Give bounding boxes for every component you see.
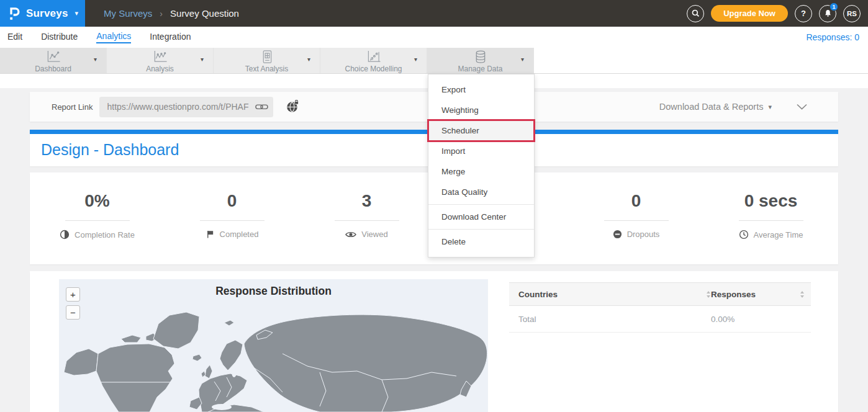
report-link-input[interactable] bbox=[99, 97, 273, 117]
flag-icon bbox=[206, 230, 215, 239]
total-label: Total bbox=[509, 315, 711, 324]
notifications-button[interactable]: 1 bbox=[819, 5, 836, 22]
report-link-input-wrap bbox=[99, 97, 273, 117]
tab-label: Dashboard bbox=[35, 65, 71, 73]
menu-item-download-center[interactable]: Download Center bbox=[428, 207, 534, 227]
menu-item-weighting[interactable]: Weighting bbox=[428, 100, 534, 120]
chevron-down-icon: ▾ bbox=[768, 103, 772, 111]
stat-completed: 0 Completed bbox=[165, 172, 299, 264]
clock-icon bbox=[739, 230, 749, 240]
countries-table-header: Countries Responses bbox=[509, 282, 811, 306]
nav-item-integration[interactable]: Integration bbox=[150, 32, 191, 43]
column-header-countries[interactable]: Countries bbox=[509, 290, 711, 299]
tab-text-analysis[interactable]: ▾ Text Analysis bbox=[214, 48, 320, 73]
column-header-label: Countries bbox=[518, 290, 558, 299]
nav-item-distribute[interactable]: Distribute bbox=[41, 32, 78, 43]
search-icon bbox=[691, 9, 700, 18]
menu-item-scheduler[interactable]: Scheduler bbox=[428, 120, 534, 141]
stat-value: 0 bbox=[631, 192, 641, 210]
help-button[interactable]: ? bbox=[795, 5, 812, 22]
divider bbox=[65, 220, 130, 221]
tab-choice-modelling[interactable]: ▾ Choice Modelling bbox=[320, 48, 427, 73]
manage-data-dropdown: Export Weighting Scheduler Import Merge … bbox=[428, 74, 535, 258]
breadcrumb-my-surveys[interactable]: My Surveys bbox=[104, 8, 152, 19]
nav-item-analytics[interactable]: Analytics bbox=[96, 31, 131, 43]
chevron-down-icon: ▾ bbox=[307, 56, 310, 63]
response-distribution-card: Response Distribution + − bbox=[30, 271, 838, 412]
copy-link-button[interactable] bbox=[255, 102, 268, 114]
menu-item-delete[interactable]: Delete bbox=[428, 231, 534, 252]
menu-item-export[interactable]: Export bbox=[428, 79, 534, 100]
tab-analysis[interactable]: ▾ Analysis bbox=[107, 48, 214, 73]
chevron-down-icon: ▾ bbox=[94, 56, 97, 63]
world-map bbox=[59, 279, 488, 412]
stat-average-time: 0 secs Average Time bbox=[703, 172, 838, 264]
stat-value: 3 bbox=[362, 192, 372, 210]
sort-icon bbox=[706, 290, 711, 298]
column-header-responses[interactable]: Responses bbox=[711, 290, 811, 299]
report-link-label: Report Link bbox=[52, 102, 93, 112]
stat-value: 0% bbox=[84, 192, 109, 210]
topbar-actions: Upgrade Now ? 1 RS bbox=[687, 5, 868, 22]
product-label: Surveys bbox=[26, 7, 68, 20]
scatter-chart-icon bbox=[366, 50, 382, 64]
column-header-label: Responses bbox=[711, 290, 756, 299]
tab-manage-data[interactable]: ▾ Manage Data bbox=[427, 48, 534, 73]
half-circle-icon bbox=[60, 230, 70, 240]
chevron-down-icon: ▾ bbox=[521, 56, 524, 63]
stat-dropouts: 0 Dropouts bbox=[569, 172, 703, 264]
nav-item-edit[interactable]: Edit bbox=[7, 32, 22, 43]
avatar[interactable]: RS bbox=[843, 5, 861, 22]
download-data-reports-menu[interactable]: Download Data & Reports ▾ bbox=[659, 102, 772, 112]
upgrade-now-button[interactable]: Upgrade Now bbox=[711, 5, 788, 22]
divider bbox=[335, 220, 399, 221]
divider bbox=[200, 220, 264, 221]
countries-table: Countries Responses Total 0.00% bbox=[509, 282, 811, 333]
tab-label: Manage Data bbox=[458, 65, 502, 73]
stat-viewed: 3 Viewed bbox=[299, 172, 434, 264]
line-chart-icon bbox=[45, 50, 61, 64]
menu-item-merge[interactable]: Merge bbox=[428, 161, 534, 182]
breadcrumb-current-survey: Survey Question bbox=[170, 8, 239, 19]
download-data-reports-label: Download Data & Reports bbox=[659, 102, 764, 112]
sort-icon bbox=[800, 290, 805, 298]
stat-label: Average Time bbox=[754, 230, 803, 240]
map-zoom-out-button[interactable]: − bbox=[66, 305, 80, 320]
survey-section-nav: Edit Distribute Analytics Integration Re… bbox=[0, 27, 868, 48]
report-privacy-button[interactable] bbox=[286, 100, 299, 114]
responses-counter: Responses: 0 bbox=[806, 32, 861, 42]
stat-label: Dropouts bbox=[627, 230, 660, 239]
map-zoom-controls: + − bbox=[66, 287, 80, 320]
eye-icon bbox=[345, 231, 356, 238]
menu-item-data-quality[interactable]: Data Quality bbox=[428, 182, 534, 202]
breadcrumb: My Surveys › Survey Question bbox=[104, 8, 239, 19]
tab-label: Analysis bbox=[146, 65, 174, 73]
surveys-product-menu[interactable]: Surveys ▾ bbox=[0, 0, 85, 27]
stat-label: Completion Rate bbox=[75, 230, 135, 240]
menu-divider bbox=[428, 229, 534, 230]
response-map[interactable]: Response Distribution + − bbox=[59, 279, 488, 412]
search-button[interactable] bbox=[687, 5, 704, 22]
chevron-down-icon: ▾ bbox=[414, 56, 417, 63]
collapse-report-bar-button[interactable] bbox=[797, 104, 807, 110]
stat-completion-rate: 0% Completion Rate bbox=[30, 172, 165, 264]
menu-item-import[interactable]: Import bbox=[428, 141, 534, 161]
tab-dashboard[interactable]: ▾ Dashboard bbox=[0, 48, 107, 73]
link-icon bbox=[255, 102, 268, 111]
tab-label: Choice Modelling bbox=[345, 65, 402, 73]
stat-value: 0 secs bbox=[744, 192, 798, 210]
toolbar-tabs: ▾ Dashboard ▾ Analysis ▾ Text Analysis bbox=[0, 48, 534, 73]
breadcrumb-separator-icon: › bbox=[160, 9, 163, 19]
globe-lock-icon bbox=[286, 100, 299, 114]
topbar: Surveys ▾ My Surveys › Survey Question U… bbox=[0, 0, 868, 27]
chevron-down-icon bbox=[797, 104, 807, 110]
stat-value: 0 bbox=[227, 192, 237, 210]
total-responses-value: 0.00% bbox=[711, 315, 811, 324]
divider bbox=[604, 220, 669, 221]
analytics-toolbar: ▾ Dashboard ▾ Analysis ▾ Text Analysis bbox=[0, 48, 868, 74]
stat-label: Completed bbox=[220, 230, 259, 239]
chevron-down-icon: ▾ bbox=[201, 56, 204, 63]
table-row-total: Total 0.00% bbox=[509, 306, 811, 333]
text-document-icon bbox=[260, 50, 274, 64]
map-zoom-in-button[interactable]: + bbox=[66, 287, 80, 302]
